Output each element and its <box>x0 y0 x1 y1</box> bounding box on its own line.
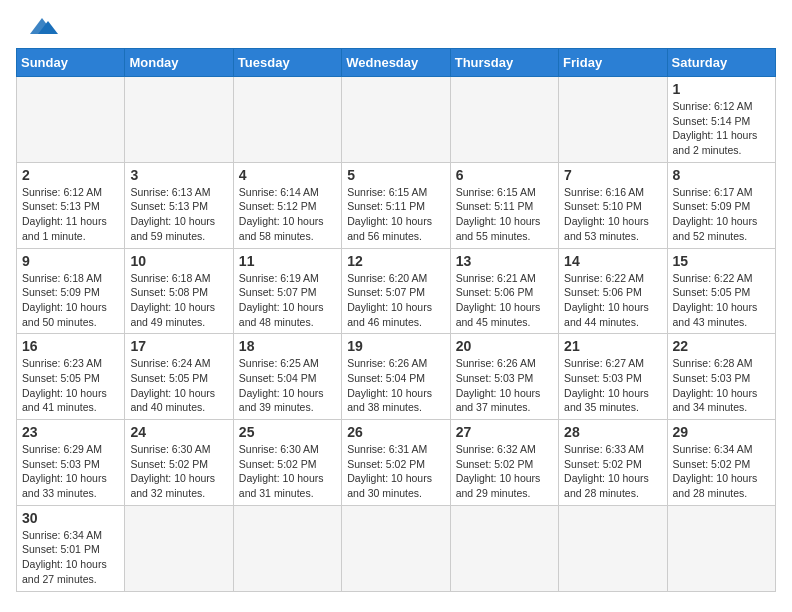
calendar-cell: 19Sunrise: 6:26 AM Sunset: 5:04 PM Dayli… <box>342 334 450 420</box>
day-info: Sunrise: 6:12 AM Sunset: 5:13 PM Dayligh… <box>22 185 119 244</box>
day-number: 16 <box>22 338 119 354</box>
day-info: Sunrise: 6:23 AM Sunset: 5:05 PM Dayligh… <box>22 356 119 415</box>
day-number: 26 <box>347 424 444 440</box>
day-info: Sunrise: 6:16 AM Sunset: 5:10 PM Dayligh… <box>564 185 661 244</box>
day-number: 11 <box>239 253 336 269</box>
day-info: Sunrise: 6:33 AM Sunset: 5:02 PM Dayligh… <box>564 442 661 501</box>
day-info: Sunrise: 6:28 AM Sunset: 5:03 PM Dayligh… <box>673 356 770 415</box>
calendar-cell <box>125 505 233 591</box>
calendar-cell: 17Sunrise: 6:24 AM Sunset: 5:05 PM Dayli… <box>125 334 233 420</box>
calendar-cell: 8Sunrise: 6:17 AM Sunset: 5:09 PM Daylig… <box>667 162 775 248</box>
calendar-cell: 14Sunrise: 6:22 AM Sunset: 5:06 PM Dayli… <box>559 248 667 334</box>
day-info: Sunrise: 6:27 AM Sunset: 5:03 PM Dayligh… <box>564 356 661 415</box>
calendar-cell: 4Sunrise: 6:14 AM Sunset: 5:12 PM Daylig… <box>233 162 341 248</box>
week-row-3: 9Sunrise: 6:18 AM Sunset: 5:09 PM Daylig… <box>17 248 776 334</box>
week-row-1: 1Sunrise: 6:12 AM Sunset: 5:14 PM Daylig… <box>17 77 776 163</box>
calendar-cell: 22Sunrise: 6:28 AM Sunset: 5:03 PM Dayli… <box>667 334 775 420</box>
day-info: Sunrise: 6:18 AM Sunset: 5:09 PM Dayligh… <box>22 271 119 330</box>
calendar-cell <box>450 505 558 591</box>
day-info: Sunrise: 6:34 AM Sunset: 5:02 PM Dayligh… <box>673 442 770 501</box>
day-number: 1 <box>673 81 770 97</box>
day-header-thursday: Thursday <box>450 49 558 77</box>
logo-icon <box>20 16 58 38</box>
calendar-cell: 18Sunrise: 6:25 AM Sunset: 5:04 PM Dayli… <box>233 334 341 420</box>
day-number: 12 <box>347 253 444 269</box>
day-info: Sunrise: 6:32 AM Sunset: 5:02 PM Dayligh… <box>456 442 553 501</box>
day-info: Sunrise: 6:25 AM Sunset: 5:04 PM Dayligh… <box>239 356 336 415</box>
calendar-cell: 24Sunrise: 6:30 AM Sunset: 5:02 PM Dayli… <box>125 420 233 506</box>
day-info: Sunrise: 6:30 AM Sunset: 5:02 PM Dayligh… <box>130 442 227 501</box>
day-number: 21 <box>564 338 661 354</box>
day-header-wednesday: Wednesday <box>342 49 450 77</box>
day-number: 8 <box>673 167 770 183</box>
calendar-cell: 3Sunrise: 6:13 AM Sunset: 5:13 PM Daylig… <box>125 162 233 248</box>
day-number: 2 <box>22 167 119 183</box>
day-number: 15 <box>673 253 770 269</box>
day-header-monday: Monday <box>125 49 233 77</box>
calendar-cell: 30Sunrise: 6:34 AM Sunset: 5:01 PM Dayli… <box>17 505 125 591</box>
day-number: 19 <box>347 338 444 354</box>
calendar-cell <box>342 505 450 591</box>
day-info: Sunrise: 6:31 AM Sunset: 5:02 PM Dayligh… <box>347 442 444 501</box>
day-number: 9 <box>22 253 119 269</box>
day-number: 23 <box>22 424 119 440</box>
day-info: Sunrise: 6:19 AM Sunset: 5:07 PM Dayligh… <box>239 271 336 330</box>
calendar-cell: 26Sunrise: 6:31 AM Sunset: 5:02 PM Dayli… <box>342 420 450 506</box>
day-header-friday: Friday <box>559 49 667 77</box>
day-number: 27 <box>456 424 553 440</box>
calendar-cell <box>125 77 233 163</box>
calendar-cell: 12Sunrise: 6:20 AM Sunset: 5:07 PM Dayli… <box>342 248 450 334</box>
day-number: 20 <box>456 338 553 354</box>
day-number: 7 <box>564 167 661 183</box>
day-number: 10 <box>130 253 227 269</box>
day-headers: SundayMondayTuesdayWednesdayThursdayFrid… <box>17 49 776 77</box>
day-number: 18 <box>239 338 336 354</box>
calendar-cell <box>667 505 775 591</box>
calendar-cell <box>17 77 125 163</box>
day-info: Sunrise: 6:24 AM Sunset: 5:05 PM Dayligh… <box>130 356 227 415</box>
calendar-cell: 1Sunrise: 6:12 AM Sunset: 5:14 PM Daylig… <box>667 77 775 163</box>
calendar-cell: 10Sunrise: 6:18 AM Sunset: 5:08 PM Dayli… <box>125 248 233 334</box>
calendar-cell: 2Sunrise: 6:12 AM Sunset: 5:13 PM Daylig… <box>17 162 125 248</box>
day-info: Sunrise: 6:18 AM Sunset: 5:08 PM Dayligh… <box>130 271 227 330</box>
day-number: 5 <box>347 167 444 183</box>
day-info: Sunrise: 6:34 AM Sunset: 5:01 PM Dayligh… <box>22 528 119 587</box>
week-row-5: 23Sunrise: 6:29 AM Sunset: 5:03 PM Dayli… <box>17 420 776 506</box>
day-info: Sunrise: 6:21 AM Sunset: 5:06 PM Dayligh… <box>456 271 553 330</box>
day-number: 3 <box>130 167 227 183</box>
day-info: Sunrise: 6:20 AM Sunset: 5:07 PM Dayligh… <box>347 271 444 330</box>
logo <box>16 16 58 38</box>
day-info: Sunrise: 6:12 AM Sunset: 5:14 PM Dayligh… <box>673 99 770 158</box>
day-number: 6 <box>456 167 553 183</box>
calendar-cell <box>559 505 667 591</box>
calendar-cell <box>559 77 667 163</box>
calendar-cell: 29Sunrise: 6:34 AM Sunset: 5:02 PM Dayli… <box>667 420 775 506</box>
day-info: Sunrise: 6:15 AM Sunset: 5:11 PM Dayligh… <box>347 185 444 244</box>
calendar-cell: 11Sunrise: 6:19 AM Sunset: 5:07 PM Dayli… <box>233 248 341 334</box>
day-info: Sunrise: 6:30 AM Sunset: 5:02 PM Dayligh… <box>239 442 336 501</box>
week-row-4: 16Sunrise: 6:23 AM Sunset: 5:05 PM Dayli… <box>17 334 776 420</box>
day-number: 25 <box>239 424 336 440</box>
day-number: 17 <box>130 338 227 354</box>
day-info: Sunrise: 6:15 AM Sunset: 5:11 PM Dayligh… <box>456 185 553 244</box>
day-header-saturday: Saturday <box>667 49 775 77</box>
day-number: 14 <box>564 253 661 269</box>
day-info: Sunrise: 6:22 AM Sunset: 5:05 PM Dayligh… <box>673 271 770 330</box>
day-number: 22 <box>673 338 770 354</box>
calendar-cell: 21Sunrise: 6:27 AM Sunset: 5:03 PM Dayli… <box>559 334 667 420</box>
calendar-cell: 23Sunrise: 6:29 AM Sunset: 5:03 PM Dayli… <box>17 420 125 506</box>
week-row-2: 2Sunrise: 6:12 AM Sunset: 5:13 PM Daylig… <box>17 162 776 248</box>
day-info: Sunrise: 6:14 AM Sunset: 5:12 PM Dayligh… <box>239 185 336 244</box>
calendar-cell: 25Sunrise: 6:30 AM Sunset: 5:02 PM Dayli… <box>233 420 341 506</box>
day-info: Sunrise: 6:22 AM Sunset: 5:06 PM Dayligh… <box>564 271 661 330</box>
day-header-tuesday: Tuesday <box>233 49 341 77</box>
day-header-sunday: Sunday <box>17 49 125 77</box>
calendar-cell <box>450 77 558 163</box>
calendar-cell: 6Sunrise: 6:15 AM Sunset: 5:11 PM Daylig… <box>450 162 558 248</box>
calendar-cell: 15Sunrise: 6:22 AM Sunset: 5:05 PM Dayli… <box>667 248 775 334</box>
day-info: Sunrise: 6:26 AM Sunset: 5:03 PM Dayligh… <box>456 356 553 415</box>
day-number: 28 <box>564 424 661 440</box>
calendar-cell <box>233 505 341 591</box>
calendar-cell: 20Sunrise: 6:26 AM Sunset: 5:03 PM Dayli… <box>450 334 558 420</box>
calendar-cell <box>233 77 341 163</box>
